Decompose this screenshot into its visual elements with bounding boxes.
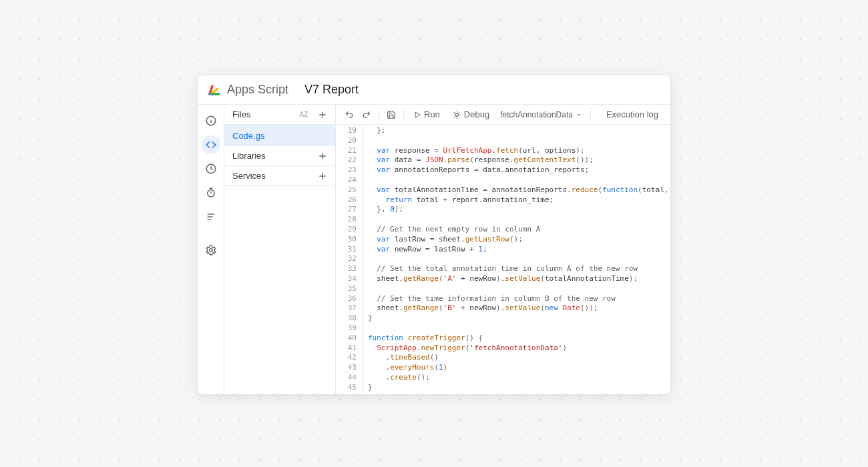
- run-label: Run: [424, 109, 440, 119]
- titlebar: Apps Script V7 Report: [198, 75, 670, 105]
- file-sidebar: Files AZ Code.gs Libraries Services: [224, 105, 336, 394]
- services-section: Services: [224, 166, 335, 186]
- libraries-label: Libraries: [232, 151, 266, 161]
- libraries-section: Libraries: [224, 146, 335, 166]
- undo-button[interactable]: [341, 107, 357, 123]
- debug-label: Debug: [464, 109, 489, 119]
- function-name: fetchAnnotationData: [500, 110, 573, 119]
- svg-marker-16: [415, 112, 420, 117]
- code-area[interactable]: 1920212223242526272829303132333435363738…: [336, 125, 670, 394]
- redo-button[interactable]: [359, 107, 375, 123]
- debug-button[interactable]: Debug: [447, 107, 495, 123]
- sort-az-icon[interactable]: AZ: [296, 107, 311, 122]
- icon-rail: [198, 105, 224, 394]
- executions-icon[interactable]: [202, 183, 220, 202]
- chevron-down-icon: [576, 111, 582, 118]
- services-label: Services: [232, 171, 266, 181]
- function-select[interactable]: fetchAnnotationData: [496, 110, 586, 119]
- settings-icon[interactable]: [202, 241, 220, 260]
- overview-icon[interactable]: [202, 111, 220, 130]
- save-button[interactable]: [383, 107, 399, 123]
- file-item-code-gs[interactable]: Code.gs: [224, 125, 335, 146]
- editor-toolbar: Run Debug fetchAnnotationData Execution …: [336, 105, 670, 125]
- project-name[interactable]: V7 Report: [304, 83, 359, 97]
- line-gutter: 1920212223242526272829303132333435363738…: [336, 125, 363, 394]
- files-section-header: Files AZ: [224, 105, 335, 125]
- project-settings-list-icon[interactable]: [202, 207, 220, 226]
- add-file-button[interactable]: [315, 107, 330, 122]
- triggers-icon[interactable]: [202, 159, 220, 178]
- add-service-button[interactable]: [315, 169, 330, 183]
- svg-point-0: [208, 93, 211, 95]
- code-content[interactable]: }; var response = UrlFetchApp.fetch(url,…: [363, 125, 670, 394]
- app-name: Apps Script: [227, 83, 288, 97]
- execution-log-button[interactable]: Execution log: [600, 109, 665, 119]
- editor-icon[interactable]: [202, 135, 220, 154]
- code-editor: Run Debug fetchAnnotationData Execution …: [336, 105, 670, 394]
- main-area: Files AZ Code.gs Libraries Services: [198, 105, 670, 394]
- files-label: Files: [232, 109, 250, 119]
- apps-script-window: Apps Script V7 Report: [198, 75, 670, 394]
- apps-script-logo-icon: [206, 82, 222, 98]
- svg-point-17: [455, 113, 459, 116]
- add-library-button[interactable]: [315, 149, 330, 163]
- run-button[interactable]: Run: [408, 107, 445, 123]
- svg-point-9: [209, 249, 212, 252]
